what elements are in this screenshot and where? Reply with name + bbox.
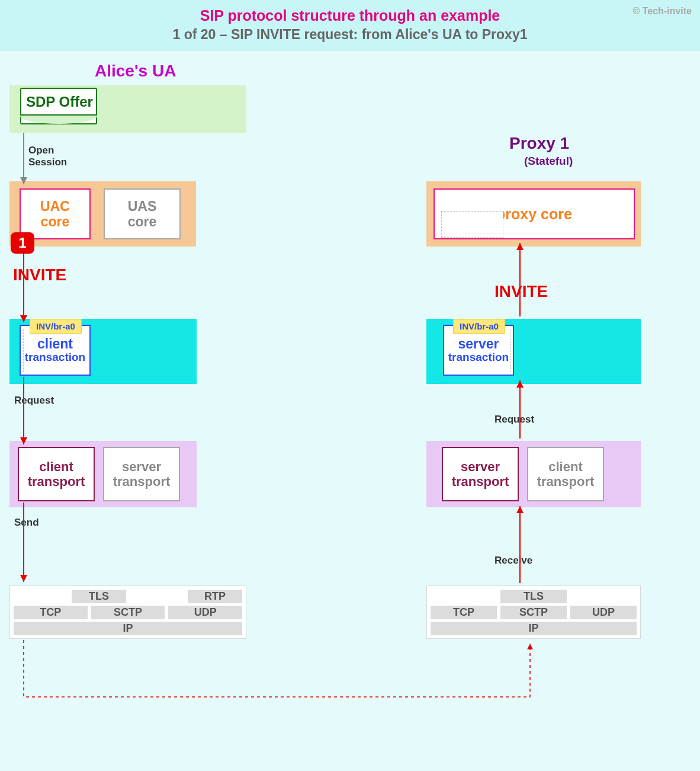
proxy-client-transport-box: client transport [527, 447, 604, 501]
invite-label-proxy: INVITE [495, 282, 548, 301]
copyright-label: © Tech-invite [632, 6, 692, 17]
stack-sctp-proxy: SCTP [500, 606, 567, 619]
page-subtitle: 1 of 20 – SIP INVITE request: from Alice… [12, 27, 688, 43]
stack-ip: IP [14, 622, 242, 635]
stack-tcp-proxy: TCP [431, 606, 497, 619]
stack-tls-proxy: TLS [500, 590, 567, 603]
send-label: Send [14, 517, 39, 529]
proxy-client-transport-l1: client [528, 459, 603, 474]
alice-client-transport-box: client transport [18, 447, 95, 501]
server-transaction-tag: INV/br-a0 [453, 319, 505, 334]
receive-label: Receive [495, 555, 532, 567]
stack-ip-proxy: IP [431, 622, 637, 635]
diagram-canvas: Alice's UA Proxy 1 (Stateful) SDP Offer … [0, 51, 700, 771]
uac-core-line2: core [21, 214, 89, 229]
alice-ua-title: Alice's UA [95, 62, 176, 81]
client-txn-dashed-edge [23, 329, 25, 372]
alice-server-transport-l1: server [104, 459, 179, 474]
invite-label-alice: INVITE [13, 265, 66, 284]
stack-tcp: TCP [14, 606, 88, 619]
proxy-core-placeholder [441, 211, 503, 238]
arrows-overlay [0, 51, 700, 771]
alice-network-stack: TLS RTP TCP SCTP UDP IP [9, 586, 246, 639]
server-txn-dashed-edge [508, 329, 510, 372]
server-transaction-l1: server [444, 337, 513, 351]
client-transaction-l2: transaction [21, 351, 89, 364]
stack-rtp: RTP [188, 590, 242, 603]
request-label-proxy: Request [495, 414, 534, 426]
alice-server-transport-box: server transport [103, 447, 180, 501]
uas-core-line1: UAS [105, 199, 179, 214]
stack-udp: UDP [168, 606, 242, 619]
step-badge: 1 [11, 232, 34, 254]
proxy-client-transport-l2: transport [528, 474, 603, 489]
open-session-label: Open Session [28, 145, 67, 168]
alice-client-transport-l2: transport [19, 474, 94, 489]
header: SIP protocol structure through an exampl… [0, 0, 700, 51]
stack-sctp: SCTP [91, 606, 165, 619]
client-transaction-tag: INV/br-a0 [30, 319, 82, 334]
alice-client-transport-l1: client [19, 459, 94, 474]
proxy-subtitle: (Stateful) [524, 155, 573, 168]
proxy-network-stack: TLS TCP SCTP UDP IP [426, 586, 641, 639]
proxy-server-transport-l2: transport [443, 474, 518, 489]
uas-core-box: UAS core [104, 188, 181, 239]
sdp-offer-label: SDP Offer [26, 94, 93, 110]
stack-udp-proxy: UDP [570, 606, 637, 619]
server-transaction-l2: transaction [444, 351, 513, 364]
stack-tls: TLS [72, 590, 126, 603]
alice-server-transport-l2: transport [104, 474, 179, 489]
uas-core-line2: core [105, 214, 179, 229]
request-label-alice: Request [14, 395, 54, 407]
uac-core-line1: UAC [21, 199, 89, 214]
proxy-server-transport-l1: server [443, 459, 518, 474]
client-transaction-l1: client [21, 337, 89, 351]
proxy-title: Proxy 1 [509, 134, 569, 153]
proxy-server-transport-box: server transport [442, 447, 519, 501]
page-title: SIP protocol structure through an exampl… [12, 7, 688, 24]
